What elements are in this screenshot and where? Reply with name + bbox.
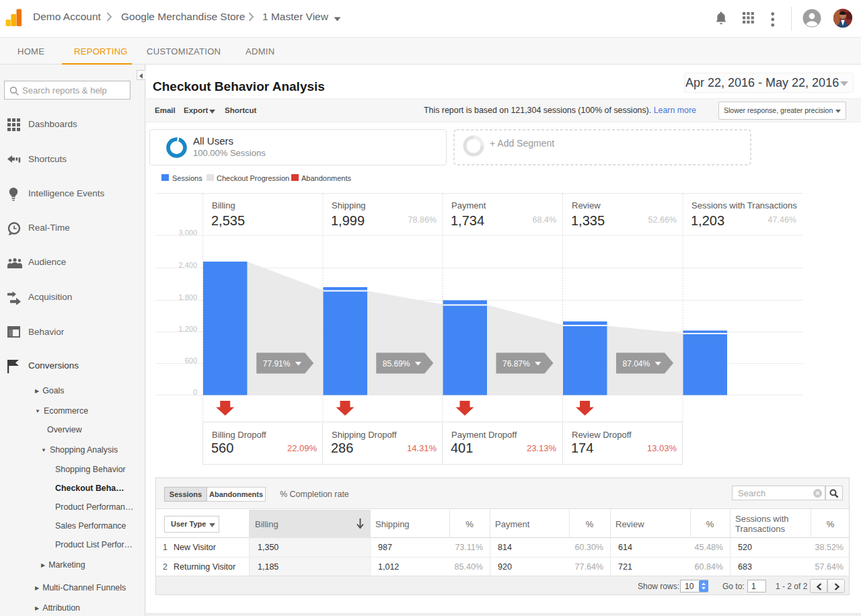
svg-text:77.91%: 77.91% xyxy=(263,359,291,369)
svg-text:85.69%: 85.69% xyxy=(383,359,410,369)
svg-text:76.87%: 76.87% xyxy=(502,359,530,369)
svg-text:87.04%: 87.04% xyxy=(623,359,650,369)
